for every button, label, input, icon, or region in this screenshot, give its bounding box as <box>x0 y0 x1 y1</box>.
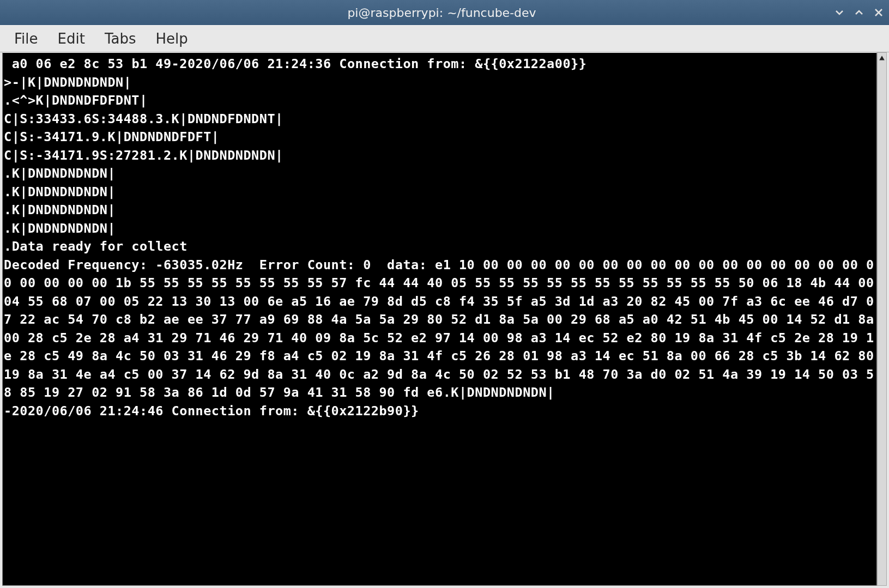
app-window: pi@raspberrypi: ~/funcube-dev File Edit … <box>0 0 889 588</box>
menu-file[interactable]: File <box>4 27 48 50</box>
minimize-button[interactable] <box>834 8 844 17</box>
menu-edit[interactable]: Edit <box>48 27 95 50</box>
chevron-down-icon <box>835 8 844 17</box>
close-icon <box>874 8 883 17</box>
chevron-up-icon <box>855 8 863 17</box>
scrollbar[interactable] <box>877 52 887 586</box>
close-button[interactable] <box>874 8 884 17</box>
window-title: pi@raspberrypi: ~/funcube-dev <box>49 6 834 20</box>
maximize-button[interactable] <box>854 8 864 17</box>
svg-marker-2 <box>879 56 885 60</box>
terminal-container: a0 06 e2 8c 53 b1 49-2020/06/06 21:24:36… <box>0 52 889 588</box>
scroll-up-icon[interactable] <box>878 54 886 62</box>
window-controls <box>834 8 884 17</box>
titlebar: pi@raspberrypi: ~/funcube-dev <box>0 0 889 25</box>
menu-help[interactable]: Help <box>146 27 197 50</box>
menubar: File Edit Tabs Help <box>0 25 889 52</box>
menu-tabs[interactable]: Tabs <box>95 27 146 50</box>
terminal-output[interactable]: a0 06 e2 8c 53 b1 49-2020/06/06 21:24:36… <box>2 52 877 586</box>
